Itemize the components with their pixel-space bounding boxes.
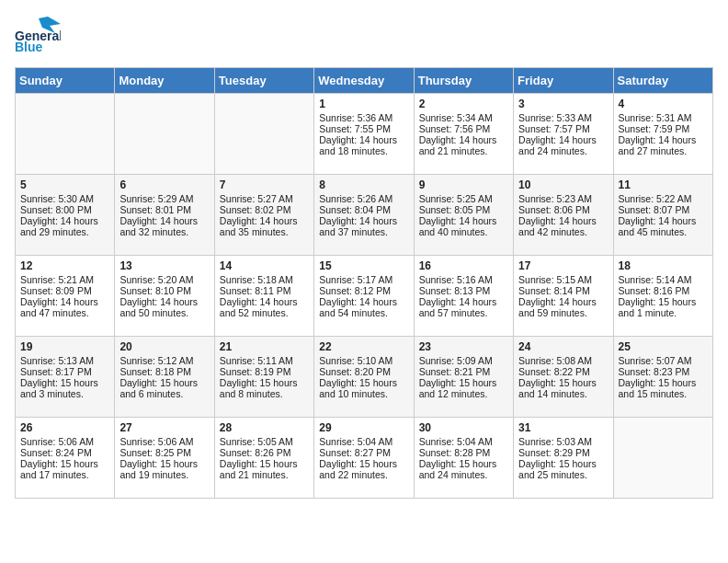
calendar-cell: 10Sunrise: 5:23 AMSunset: 8:06 PMDayligh… [514, 175, 613, 256]
day-info: Daylight: 15 hours [619, 296, 708, 307]
day-number: 1 [319, 98, 408, 110]
day-info: Sunset: 8:04 PM [319, 204, 408, 215]
day-number: 2 [419, 98, 508, 110]
day-info: Sunrise: 5:16 AM [419, 274, 508, 285]
column-header-monday: Monday [115, 68, 214, 94]
calendar-cell: 7Sunrise: 5:27 AMSunset: 8:02 PMDaylight… [214, 175, 313, 256]
day-info: Daylight: 15 hours [419, 377, 508, 388]
day-info: and 29 minutes. [20, 226, 109, 237]
day-info: Sunrise: 5:05 AM [220, 436, 309, 447]
day-number: 22 [319, 340, 408, 353]
calendar-cell: 27Sunrise: 5:06 AMSunset: 8:25 PMDayligh… [115, 418, 214, 499]
day-info: Daylight: 14 hours [619, 215, 708, 226]
day-info: Sunset: 8:21 PM [419, 366, 508, 377]
day-info: Sunset: 7:56 PM [419, 123, 508, 134]
day-info: Sunset: 8:26 PM [220, 447, 309, 458]
day-info: Sunrise: 5:23 AM [518, 193, 608, 204]
day-number: 17 [518, 259, 608, 272]
day-info: Daylight: 15 hours [419, 458, 508, 469]
day-number: 27 [119, 421, 209, 434]
day-info: Sunrise: 5:27 AM [220, 193, 309, 204]
calendar-header: SundayMondayTuesdayWednesdayThursdayFrid… [16, 68, 713, 94]
calendar-week-2: 5Sunrise: 5:30 AMSunset: 8:00 PMDaylight… [16, 175, 713, 256]
day-info: Sunset: 8:25 PM [119, 447, 209, 458]
calendar-cell: 6Sunrise: 5:29 AMSunset: 8:01 PMDaylight… [115, 175, 214, 256]
day-info: Sunset: 8:13 PM [419, 285, 508, 296]
calendar-week-5: 26Sunrise: 5:06 AMSunset: 8:24 PMDayligh… [16, 418, 713, 499]
day-info: and 1 minute. [619, 307, 708, 318]
calendar-cell: 26Sunrise: 5:06 AMSunset: 8:24 PMDayligh… [16, 418, 115, 499]
column-header-thursday: Thursday [414, 68, 513, 94]
day-info: Sunrise: 5:22 AM [619, 193, 708, 204]
day-info: Sunset: 8:17 PM [20, 366, 109, 377]
calendar-cell: 4Sunrise: 5:31 AMSunset: 7:59 PMDaylight… [613, 94, 712, 175]
day-info: Sunrise: 5:31 AM [619, 112, 708, 123]
day-info: and 47 minutes. [20, 307, 109, 318]
day-number: 29 [319, 421, 408, 434]
day-info: Daylight: 14 hours [419, 134, 508, 145]
column-header-wednesday: Wednesday [314, 68, 414, 94]
calendar-table: SundayMondayTuesdayWednesdayThursdayFrid… [15, 67, 713, 499]
day-number: 20 [119, 340, 209, 353]
day-number: 18 [619, 259, 708, 272]
calendar-cell: 24Sunrise: 5:08 AMSunset: 8:22 PMDayligh… [514, 337, 613, 418]
day-info: Sunrise: 5:30 AM [20, 193, 109, 204]
calendar-cell: 8Sunrise: 5:26 AMSunset: 8:04 PMDaylight… [314, 175, 414, 256]
day-info: Daylight: 14 hours [319, 296, 408, 307]
day-info: Sunset: 8:00 PM [20, 204, 109, 215]
day-info: Sunset: 8:22 PM [518, 366, 608, 377]
day-info: and 18 minutes. [319, 145, 408, 156]
day-info: and 17 minutes. [20, 469, 109, 480]
day-info: Daylight: 15 hours [319, 377, 408, 388]
calendar-cell: 11Sunrise: 5:22 AMSunset: 8:07 PMDayligh… [613, 175, 712, 256]
day-info: Daylight: 15 hours [518, 377, 608, 388]
day-number: 13 [119, 259, 209, 272]
calendar-cell: 31Sunrise: 5:03 AMSunset: 8:29 PMDayligh… [514, 418, 613, 499]
column-header-sunday: Sunday [16, 68, 115, 94]
calendar-cell: 17Sunrise: 5:15 AMSunset: 8:14 PMDayligh… [514, 256, 613, 337]
day-number: 15 [319, 259, 408, 272]
day-info: Sunset: 8:18 PM [119, 366, 209, 377]
day-info: Sunset: 8:11 PM [220, 285, 309, 296]
calendar-cell: 2Sunrise: 5:34 AMSunset: 7:56 PMDaylight… [414, 94, 513, 175]
day-info: Sunrise: 5:07 AM [619, 355, 708, 366]
day-number: 26 [20, 421, 109, 434]
day-number: 8 [319, 178, 408, 191]
day-info: and 3 minutes. [20, 388, 109, 399]
day-info: and 24 minutes. [518, 145, 608, 156]
day-info: Sunset: 8:24 PM [20, 447, 109, 458]
day-info: Sunset: 8:02 PM [220, 204, 309, 215]
day-info: Sunset: 8:28 PM [419, 447, 508, 458]
calendar-cell: 12Sunrise: 5:21 AMSunset: 8:09 PMDayligh… [16, 256, 115, 337]
day-info: Daylight: 15 hours [220, 458, 309, 469]
day-info: Sunrise: 5:36 AM [319, 112, 408, 123]
day-info: Sunrise: 5:17 AM [319, 274, 408, 285]
day-info: Daylight: 14 hours [518, 215, 608, 226]
calendar-cell: 5Sunrise: 5:30 AMSunset: 8:00 PMDaylight… [16, 175, 115, 256]
day-info: Daylight: 14 hours [119, 215, 209, 226]
calendar-week-4: 19Sunrise: 5:13 AMSunset: 8:17 PMDayligh… [16, 337, 713, 418]
calendar-cell: 30Sunrise: 5:04 AMSunset: 8:28 PMDayligh… [414, 418, 513, 499]
column-header-tuesday: Tuesday [214, 68, 313, 94]
header: General Blue [15, 15, 713, 60]
day-info: and 42 minutes. [518, 226, 608, 237]
calendar-cell: 16Sunrise: 5:16 AMSunset: 8:13 PMDayligh… [414, 256, 513, 337]
calendar-cell: 23Sunrise: 5:09 AMSunset: 8:21 PMDayligh… [414, 337, 513, 418]
calendar-week-3: 12Sunrise: 5:21 AMSunset: 8:09 PMDayligh… [16, 256, 713, 337]
day-info: and 25 minutes. [518, 469, 608, 480]
day-number: 14 [220, 259, 309, 272]
day-info: Daylight: 15 hours [518, 458, 608, 469]
day-info: and 21 minutes. [220, 469, 309, 480]
logo: General Blue [15, 15, 61, 60]
day-info: Sunset: 8:23 PM [619, 366, 708, 377]
day-info: and 50 minutes. [119, 307, 209, 318]
day-info: Daylight: 14 hours [319, 215, 408, 226]
day-info: Sunrise: 5:29 AM [119, 193, 209, 204]
calendar-cell [16, 94, 115, 175]
day-info: Daylight: 15 hours [119, 377, 209, 388]
day-info: Daylight: 15 hours [119, 458, 209, 469]
day-info: Daylight: 14 hours [20, 296, 109, 307]
day-info: Sunset: 7:59 PM [619, 123, 708, 134]
day-info: and 27 minutes. [619, 145, 708, 156]
day-info: Sunset: 8:14 PM [518, 285, 608, 296]
